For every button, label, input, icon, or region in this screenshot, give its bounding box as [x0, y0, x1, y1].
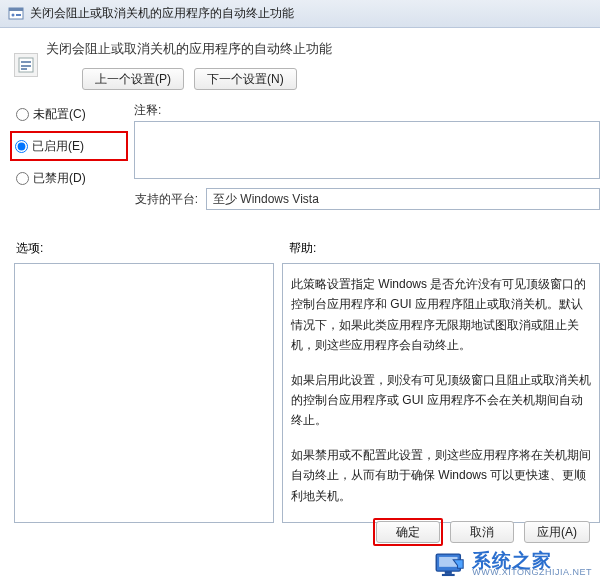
cancel-button[interactable]: 取消: [450, 521, 514, 543]
help-paragraph: 如果启用此设置，则没有可见顶级窗口且阻止或取消关机的控制台应用程序或 GUI 应…: [291, 370, 591, 431]
radio-not-configured[interactable]: 未配置(C): [14, 102, 124, 126]
svg-point-2: [12, 13, 15, 16]
options-panel: [14, 263, 274, 523]
window-titlebar: 关闭会阻止或取消关机的应用程序的自动终止功能: [0, 0, 600, 28]
ok-highlight: 确定: [376, 521, 440, 543]
radio-enabled-input[interactable]: [15, 140, 28, 153]
window-title: 关闭会阻止或取消关机的应用程序的自动终止功能: [30, 5, 294, 22]
svg-rect-6: [21, 65, 31, 67]
help-label: 帮助:: [289, 240, 316, 257]
help-paragraph: 如果禁用或不配置此设置，则这些应用程序将在关机期间自动终止，从而有助于确保 Wi…: [291, 445, 591, 506]
svg-rect-5: [21, 61, 31, 63]
radio-disabled-label: 已禁用(D): [33, 170, 86, 187]
svg-rect-1: [9, 8, 23, 11]
platform-label: 支持的平台:: [134, 191, 198, 208]
page-title: 关闭会阻止或取消关机的应用程序的自动终止功能: [46, 40, 600, 58]
watermark: 系统之家 WWW.XITONGZHIJIA.NET: [432, 547, 592, 581]
svg-rect-11: [442, 574, 455, 576]
radio-enabled[interactable]: 已启用(E): [13, 134, 124, 158]
apply-button[interactable]: 应用(A): [524, 521, 590, 543]
platform-value: 至少 Windows Vista: [206, 188, 600, 210]
ok-button[interactable]: 确定: [376, 521, 440, 543]
radio-disabled-input[interactable]: [16, 172, 29, 185]
help-panel: 此策略设置指定 Windows 是否允许没有可见顶级窗口的控制台应用程序和 GU…: [282, 263, 600, 523]
radio-not-configured-input[interactable]: [16, 108, 29, 121]
svg-rect-7: [21, 68, 27, 70]
next-setting-button[interactable]: 下一个设置(N): [194, 68, 297, 90]
comment-label: 注释:: [134, 102, 600, 119]
help-paragraph: 此策略设置指定 Windows 是否允许没有可见顶级窗口的控制台应用程序和 GU…: [291, 274, 591, 356]
comment-input[interactable]: [134, 121, 600, 179]
app-icon: [8, 6, 24, 22]
radio-group: 未配置(C) 已启用(E) 已禁用(D): [14, 102, 124, 210]
dialog-footer: 确定 取消 应用(A): [376, 521, 590, 543]
radio-not-configured-label: 未配置(C): [33, 106, 86, 123]
radio-disabled[interactable]: 已禁用(D): [14, 166, 124, 190]
watermark-icon: [432, 547, 466, 581]
radio-enabled-label: 已启用(E): [32, 138, 84, 155]
options-label: 选项:: [14, 240, 289, 257]
policy-icon: [14, 53, 38, 77]
svg-rect-3: [16, 14, 21, 16]
svg-rect-10: [445, 571, 452, 574]
watermark-url: WWW.XITONGZHIJIA.NET: [472, 568, 592, 577]
prev-setting-button[interactable]: 上一个设置(P): [82, 68, 184, 90]
enabled-highlight: 已启用(E): [10, 131, 128, 161]
